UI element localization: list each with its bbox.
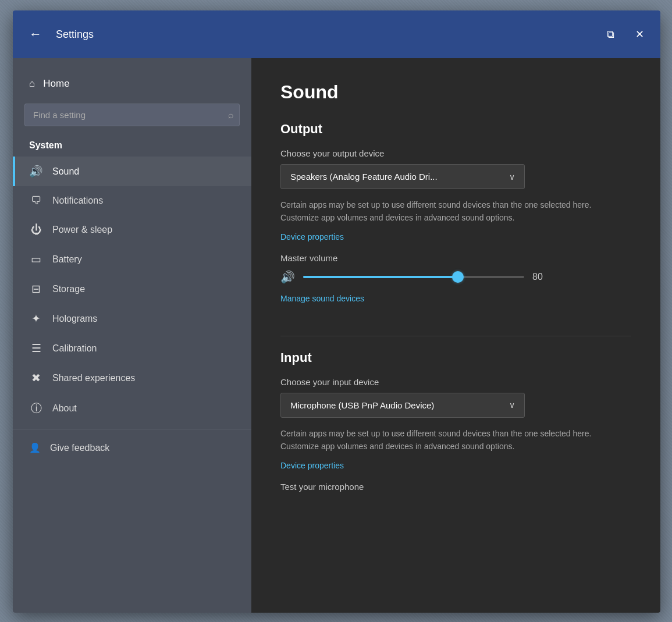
sidebar-item-holograms[interactable]: ✦ Holograms [13, 304, 251, 333]
output-info-text: Certain apps may be set up to use differ… [280, 198, 606, 225]
page-title: Sound [280, 81, 631, 103]
volume-slider-fill [303, 276, 458, 278]
settings-window: ← Settings ⧉ ✕ ⌂ Home ⌕ System 🔊 [13, 10, 660, 613]
sidebar-notifications-label: Notifications [52, 196, 103, 206]
output-device-value: Speakers (Analog Feature Audio Dri... [290, 172, 438, 182]
give-feedback-item[interactable]: 👤 Give feedback [13, 434, 251, 461]
output-chevron-icon: ∨ [509, 172, 515, 182]
search-icon[interactable]: ⌕ [228, 110, 234, 120]
sidebar-home-label: Home [43, 78, 69, 90]
back-button[interactable]: ← [24, 22, 47, 47]
shared-icon: ✖ [29, 371, 43, 385]
titlebar: ← Settings ⧉ ✕ [13, 10, 660, 58]
sidebar-item-home[interactable]: ⌂ Home [13, 70, 251, 98]
sidebar-divider [13, 429, 251, 429]
input-device-dropdown[interactable]: Microphone (USB PnP Audio Device) ∨ [280, 393, 525, 418]
sidebar-item-notifications[interactable]: 🗨 Notifications [13, 186, 251, 215]
main-panel: Sound Output Choose your output device S… [251, 58, 660, 613]
sidebar-shared-label: Shared experiences [52, 373, 135, 383]
notifications-icon: 🗨 [29, 194, 43, 207]
section-divider [280, 336, 631, 336]
titlebar-title: Settings [56, 29, 602, 41]
sidebar-item-battery[interactable]: ▭ Battery [13, 244, 251, 274]
search-box: ⌕ [24, 104, 240, 126]
restore-button[interactable]: ⧉ [602, 26, 619, 43]
output-device-dropdown[interactable]: Speakers (Analog Feature Audio Dri... ∨ [280, 164, 525, 189]
content-area: ⌂ Home ⌕ System 🔊 Sound 🗨 Notifications [13, 58, 660, 613]
output-device-properties-link[interactable]: Device properties [280, 232, 344, 241]
input-section: Input Choose your input device Microphon… [280, 350, 631, 492]
manage-sound-devices-link[interactable]: Manage sound devices [280, 294, 364, 303]
storage-icon: ⊟ [29, 282, 43, 296]
volume-label: Master volume [280, 253, 631, 263]
volume-slider-thumb[interactable] [452, 271, 464, 283]
sidebar-item-sound[interactable]: 🔊 Sound [13, 157, 251, 186]
volume-value: 80 [532, 272, 550, 282]
output-section-title: Output [280, 122, 631, 137]
calibration-icon: ☰ [29, 342, 43, 355]
sidebar-item-calibration[interactable]: ☰ Calibration [13, 333, 251, 363]
battery-icon: ▭ [29, 253, 43, 266]
home-icon: ⌂ [29, 78, 35, 90]
sidebar-battery-label: Battery [52, 254, 82, 265]
sidebar-item-power[interactable]: ⏻ Power & sleep [13, 215, 251, 244]
sidebar-about-label: About [52, 403, 77, 414]
input-device-value: Microphone (USB PnP Audio Device) [290, 400, 434, 410]
input-device-properties-link[interactable]: Device properties [280, 461, 344, 470]
about-icon: ⓘ [29, 401, 43, 416]
output-section: Output Choose your output device Speaker… [280, 122, 631, 315]
feedback-label: Give feedback [50, 443, 109, 453]
sidebar-item-shared[interactable]: ✖ Shared experiences [13, 363, 251, 393]
sidebar-calibration-label: Calibration [52, 343, 97, 354]
sound-icon: 🔊 [29, 165, 43, 178]
sidebar-sound-label: Sound [52, 166, 79, 177]
volume-row: 🔊 80 [280, 270, 631, 284]
titlebar-controls: ⧉ ✕ [602, 26, 649, 43]
output-device-label: Choose your output device [280, 148, 631, 158]
volume-icon: 🔊 [280, 270, 295, 284]
input-chevron-icon: ∨ [509, 400, 515, 410]
close-button[interactable]: ✕ [631, 26, 649, 43]
sidebar: ⌂ Home ⌕ System 🔊 Sound 🗨 Notifications [13, 58, 251, 613]
feedback-icon: 👤 [29, 442, 41, 453]
input-device-label: Choose your input device [280, 377, 631, 387]
input-info-text: Certain apps may be set up to use differ… [280, 427, 606, 453]
sidebar-power-label: Power & sleep [52, 225, 112, 235]
holograms-icon: ✦ [29, 312, 43, 325]
sidebar-item-storage[interactable]: ⊟ Storage [13, 274, 251, 304]
volume-slider-track[interactable] [303, 276, 524, 278]
test-microphone-label: Test your microphone [280, 482, 631, 492]
input-section-title: Input [280, 350, 631, 365]
power-icon: ⏻ [29, 223, 43, 236]
sidebar-holograms-label: Holograms [52, 314, 97, 324]
sidebar-storage-label: Storage [52, 284, 85, 294]
search-input[interactable] [24, 104, 240, 126]
sidebar-item-about[interactable]: ⓘ About [13, 393, 251, 424]
system-section-label: System [13, 136, 251, 157]
